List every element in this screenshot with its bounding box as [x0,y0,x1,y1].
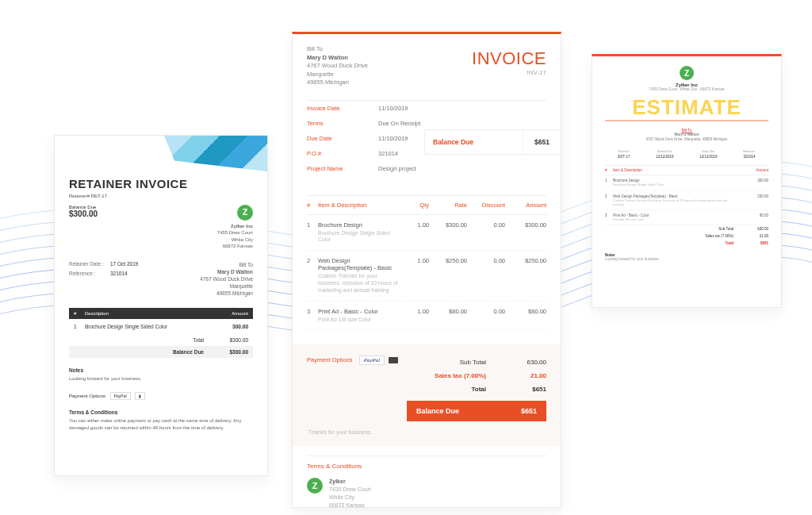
estimate-title: ESTIMATE [605,95,768,120]
estimate-org-addr: 7435 Drew Court, White City , 66872 Kans… [605,87,768,92]
zylker-logo-icon: Z [680,66,694,80]
estimate-item-row: 1Brochure DesignBrochure Design Single S… [605,175,768,190]
bill-to-heading: Bill To [200,261,253,268]
retainer-total-row: Total$300.00 [69,334,253,346]
terms-heading: Terms & Conditions [307,463,546,470]
paypal-badge: PayPal [359,356,385,365]
retainer-date-value: 17 Oct 2019 [110,261,138,267]
invoice-title: INVOICE [472,48,546,69]
company-name: Zylker Inc [231,224,253,229]
card-badge-icon [389,357,398,363]
company-block: Z Zylker Inc 7435 Drew Court White City … [217,205,253,250]
bill-to-addr1: 4767 Wood Duck Drive [200,275,253,282]
retainer-table-head: # Description Amount [69,308,253,319]
invoice-item-row: 1Brochure DesignBrochure Design Single S… [307,215,546,252]
estimate-table-head: # Item & Description Amount [605,165,768,175]
payment-options-block: Payment Options PayPal ▮ [69,392,253,400]
retainer-title: RETAINER INVOICE [69,177,253,190]
estimate-notes: Notes Looking forward for your business. [605,253,768,261]
retainer-balance-row: Balance Due$300.00 [69,346,253,358]
invoice-summary: Payment Options PayPal Sub Total630.00 S… [293,344,561,446]
invoice-number: INV-17 [472,69,546,76]
estimate-item-row: 2Web Design Packages(Template) - BasicCu… [605,191,768,210]
retainer-date-label: Retainer Date : [69,261,110,267]
retainer-ref: Retainer# RET-17 [69,194,253,198]
company-addr3: 66872 Kansas [217,243,253,249]
items-table-head: # Item & Description Qty Rate Discount A… [307,195,546,215]
red-divider [605,120,768,121]
invoice-footer: Terms & Conditions Z Zylker 7435 Drew Co… [307,455,546,509]
retainer-invoice-card: RETAINER INVOICE Retainer# RET-17 Balanc… [54,135,268,476]
estimate-item-row: 3Print Ad - Basic - ColorPrint Ad 1/8 si… [605,210,768,225]
reference-label: Reference : [69,271,110,276]
payment-options: Payment Options PayPal [307,356,398,365]
org-name: Zylker [329,478,346,484]
balance-due-bar: Balance Due$651 [407,401,546,421]
zylker-logo-icon: Z [237,205,253,221]
company-addr2: White City [217,236,253,243]
paypal-badge: PayPal [110,392,131,400]
estimate-card: Z Zylker Inc 7435 Drew Court, White City… [592,54,782,308]
estimate-meta: Estimate#EST-17 Estimate Date12/12/2019 … [605,150,768,159]
thanks-note: Thanks for your business. [308,429,546,435]
terms-block: Terms & Conditions You can either make o… [69,409,253,432]
bill-to-name: Mary D Walton [217,269,253,275]
bill-to-addr3: 49855 Michigan [200,290,253,297]
balance-due-amount: $300.00 [69,209,98,218]
notes-block: Notes Looking forward for your business. [69,367,253,382]
retainer-item-row: 1 Brochure Design Single Sided Color 300… [69,319,253,334]
card-badge-icon: ▮ [135,392,145,400]
balance-due-box: Balance Due $651 [424,129,561,155]
invoice-item-row: 3Print Ad - Basic - ColorPrint Ad 1/8 si… [307,302,546,331]
zylker-logo-icon: Z [307,478,323,494]
company-addr1: 7435 Drew Court [217,229,253,236]
reference-value: 321014 [110,271,128,276]
invoice-item-row: 2Web Design Packages(Template) - BasicCu… [307,251,546,301]
invoice-card: Bill To Mary D Walton 4767 Wood Duck Dri… [292,32,561,508]
bill-to-addr2: Marquette [200,282,253,290]
